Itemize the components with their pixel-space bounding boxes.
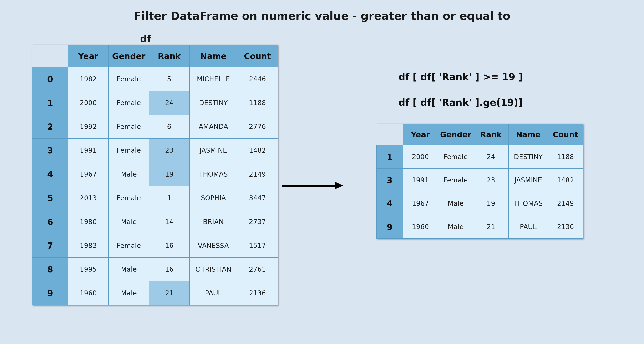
cell-year: 1980 — [68, 210, 109, 234]
col-header-name: Name — [509, 124, 548, 145]
cell-rank: 23 — [149, 139, 190, 163]
cell-name: THOMAS — [190, 163, 237, 186]
table-row: 01982Female5MICHELLE2446 — [32, 67, 278, 91]
col-header-rank: Rank — [474, 124, 509, 145]
cell-gender: Female — [438, 169, 474, 192]
row-index: 3 — [377, 169, 403, 192]
cell-name: DESTINY — [190, 91, 237, 115]
cell-gender: Male — [109, 258, 149, 281]
cell-name: DESTINY — [509, 145, 548, 169]
cell-count: 2149 — [548, 192, 583, 215]
table-row: 21992Female6AMANDA2776 — [32, 115, 278, 139]
cell-count: 2136 — [548, 215, 583, 239]
cell-gender: Male — [109, 210, 149, 234]
row-index: 4 — [377, 192, 403, 215]
table-row: 61980Male14BRIAN2737 — [32, 210, 278, 234]
cell-count: 1188 — [548, 145, 583, 169]
cell-gender: Female — [109, 186, 149, 210]
cell-name: THOMAS — [509, 192, 548, 215]
cell-gender: Female — [109, 91, 149, 115]
source-dataframe-table: Year Gender Rank Name Count 01982Female5… — [32, 45, 278, 305]
cell-year: 2000 — [403, 145, 438, 169]
row-index: 7 — [32, 234, 68, 258]
cell-rank: 6 — [149, 115, 190, 139]
cell-year: 1960 — [68, 281, 109, 305]
cell-year: 2013 — [68, 186, 109, 210]
cell-gender: Female — [438, 145, 474, 169]
col-header-name: Name — [190, 45, 237, 67]
blank-corner — [32, 45, 68, 67]
row-index: 6 — [32, 210, 68, 234]
blank-corner — [377, 124, 403, 145]
cell-name: JASMINE — [190, 139, 237, 163]
cell-rank: 24 — [149, 91, 190, 115]
code-expression-ge-method: df [ df[ 'Rank' ].ge(19)] — [398, 97, 522, 108]
col-header-count: Count — [237, 45, 278, 67]
table-row: 81995Male16CHRISTIAN2761 — [32, 258, 278, 281]
left-table-container: Year Gender Rank Name Count 01982Female5… — [32, 45, 278, 305]
row-index: 2 — [32, 115, 68, 139]
row-index: 3 — [32, 139, 68, 163]
col-header-year: Year — [68, 45, 109, 67]
table-row: 31991Female23JASMINE1482 — [377, 169, 583, 192]
cell-rank: 14 — [149, 210, 190, 234]
cell-gender: Female — [109, 234, 149, 258]
table-row: 91960Male21PAUL2136 — [377, 215, 583, 239]
cell-rank: 23 — [474, 169, 509, 192]
cell-rank: 19 — [149, 163, 190, 186]
code-expression-ge-operator: df [ df[ 'Rank' ] >= 19 ] — [398, 71, 523, 82]
cell-rank: 16 — [149, 234, 190, 258]
cell-gender: Male — [109, 163, 149, 186]
cell-name: PAUL — [509, 215, 548, 239]
cell-gender: Female — [109, 139, 149, 163]
cell-gender: Male — [109, 281, 149, 305]
arrow-icon — [281, 181, 343, 190]
cell-count: 2136 — [237, 281, 278, 305]
cell-name: MICHELLE — [190, 67, 237, 91]
right-table-container: Year Gender Rank Name Count 12000Female2… — [376, 124, 583, 239]
cell-rank: 16 — [149, 258, 190, 281]
table-row: 41967Male19THOMAS2149 — [377, 192, 583, 215]
cell-year: 1983 — [68, 234, 109, 258]
row-index: 1 — [377, 145, 403, 169]
cell-name: AMANDA — [190, 115, 237, 139]
cell-count: 1482 — [237, 139, 278, 163]
table-row: 12000Female24DESTINY1188 — [32, 91, 278, 115]
col-header-gender: Gender — [109, 45, 149, 67]
filtered-dataframe-table: Year Gender Rank Name Count 12000Female2… — [376, 124, 583, 239]
row-index: 9 — [32, 281, 68, 305]
cell-year: 1991 — [68, 139, 109, 163]
cell-year: 2000 — [68, 91, 109, 115]
table-row: 71983Female16VANESSA1517 — [32, 234, 278, 258]
cell-count: 1482 — [548, 169, 583, 192]
cell-year: 1967 — [68, 163, 109, 186]
cell-gender: Male — [438, 192, 474, 215]
table-row: 12000Female24DESTINY1188 — [377, 145, 583, 169]
cell-count: 1517 — [237, 234, 278, 258]
table-row: 41967Male19THOMAS2149 — [32, 163, 278, 186]
row-index: 4 — [32, 163, 68, 186]
cell-name: CHRISTIAN — [190, 258, 237, 281]
page-title: Filter DataFrame on numeric value - grea… — [0, 9, 644, 22]
svg-marker-1 — [335, 182, 343, 189]
cell-rank: 1 — [149, 186, 190, 210]
col-header-count: Count — [548, 124, 583, 145]
col-header-gender: Gender — [438, 124, 474, 145]
cell-year: 1995 — [68, 258, 109, 281]
table-row: 31991Female23JASMINE1482 — [32, 139, 278, 163]
cell-gender: Male — [438, 215, 474, 239]
cell-name: SOPHIA — [190, 186, 237, 210]
cell-count: 3447 — [237, 186, 278, 210]
cell-count: 2149 — [237, 163, 278, 186]
table-row: 91960Male21PAUL2136 — [32, 281, 278, 305]
cell-count: 2776 — [237, 115, 278, 139]
col-header-rank: Rank — [149, 45, 190, 67]
cell-rank: 19 — [474, 192, 509, 215]
left-table-label: df — [140, 33, 151, 44]
cell-count: 2737 — [237, 210, 278, 234]
row-index: 9 — [377, 215, 403, 239]
cell-rank: 21 — [474, 215, 509, 239]
cell-rank: 21 — [149, 281, 190, 305]
cell-count: 1188 — [237, 91, 278, 115]
table-row: 52013Female1SOPHIA3447 — [32, 186, 278, 210]
